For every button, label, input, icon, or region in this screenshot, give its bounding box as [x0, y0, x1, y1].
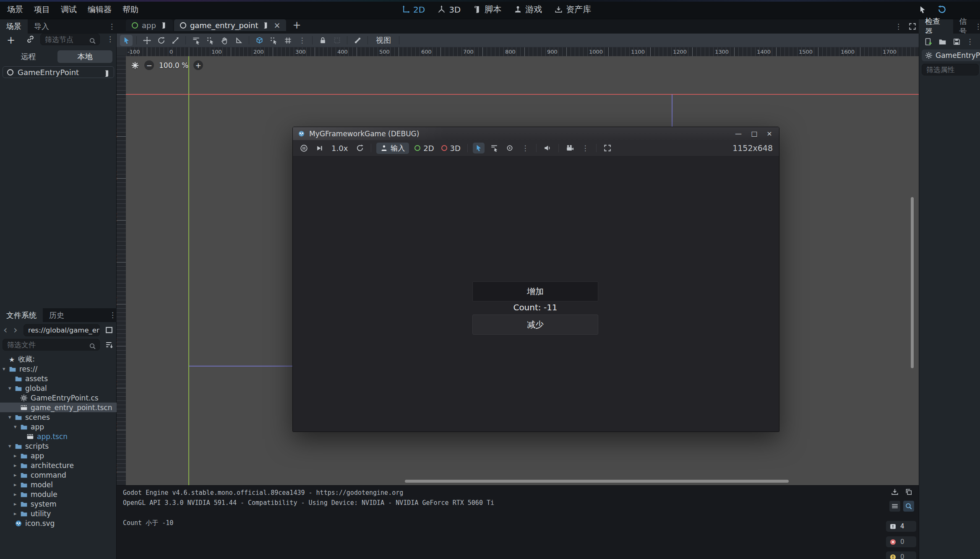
collapse-duplicates-icon[interactable] [889, 501, 900, 512]
zoom-in-button[interactable]: + [193, 60, 203, 70]
warning-count-badge[interactable]: 0 [886, 551, 916, 559]
filter-nodes-input[interactable]: 筛选节点 [40, 34, 100, 45]
chevron-icon[interactable]: ▾▸ [14, 510, 20, 517]
right-dock-tab-menu-icon[interactable]: ⋮ [975, 22, 980, 31]
viewport-hscrollbar[interactable] [405, 480, 789, 483]
file-tree-item[interactable]: ▾▸ ★ icon.svg [0, 518, 117, 528]
file-tree-item[interactable]: ▾▸ ★ command [0, 470, 117, 480]
select-mode-icon[interactable] [473, 143, 485, 153]
select-tool[interactable] [120, 35, 133, 46]
script-icon[interactable] [160, 22, 167, 29]
grid-toggle[interactable] [281, 35, 294, 46]
scene-tab[interactable]: game_entry_point × [174, 19, 286, 31]
chevron-icon[interactable]: ▾▸ [14, 491, 20, 497]
chevron-icon[interactable]: ▾▸ [8, 443, 15, 449]
minimize-button[interactable]: — [731, 127, 745, 140]
decrease-button[interactable]: 减少 [472, 315, 598, 335]
tab-2d[interactable]: 2D [402, 5, 425, 15]
attached-script-icon[interactable] [103, 68, 110, 77]
error-count-badge[interactable]: 0 [886, 536, 916, 547]
pan-tool[interactable] [218, 35, 231, 46]
smart-snap-toggle[interactable] [253, 35, 266, 46]
new-scene-tab-button[interactable]: + [287, 19, 306, 31]
debug-2d-button[interactable]: 2D [413, 144, 435, 153]
distraction-free-icon[interactable] [909, 23, 916, 30]
file-tree-item[interactable]: ▾▸ ★ res:// [0, 364, 117, 374]
instance-scene-icon[interactable] [26, 35, 35, 44]
dock-tab[interactable]: 导入 [28, 19, 55, 34]
edited-object-row[interactable]: GameEntryPoint. [922, 49, 980, 61]
file-tree-item[interactable]: ▾▸ ★ app [0, 422, 117, 432]
file-tree-item[interactable]: ▾▸ ★ global [0, 383, 117, 393]
nav-back-icon[interactable]: ‹ [3, 324, 8, 336]
load-resource-icon[interactable] [937, 36, 948, 47]
close-button[interactable]: × [762, 127, 777, 140]
list-select-mode-icon[interactable] [488, 143, 500, 153]
filter-properties-input[interactable]: 筛选属性 [922, 64, 979, 75]
file-tree-item[interactable]: ▾▸ ★ app [0, 451, 117, 460]
rotate-tool[interactable] [155, 35, 167, 46]
input-mode-button[interactable]: 输入 [376, 143, 409, 154]
scene-tree-root-node[interactable]: GameEntryPoint [3, 66, 114, 78]
lock-node-button[interactable] [316, 35, 329, 46]
speed-multiplier[interactable]: 1.0x [329, 144, 350, 153]
file-tree-item[interactable]: ▾▸ ★ module [0, 489, 117, 499]
game-window-titlebar[interactable]: MyGFrameworkGame (DEBUG) — □ × [293, 127, 779, 140]
file-tree-item[interactable]: ▾▸ ★ assets [0, 374, 117, 383]
tab-3d[interactable]: 3D [438, 5, 461, 15]
file-tree-item[interactable]: ▾▸ ★ system [0, 499, 117, 509]
scale-tool[interactable] [169, 35, 182, 46]
tab-script[interactable]: 脚本 [473, 4, 501, 15]
skeleton-options-button[interactable] [351, 35, 364, 46]
camera-override-icon[interactable] [564, 143, 576, 153]
new-resource-icon[interactable] [923, 36, 933, 47]
save-resource-icon[interactable] [951, 36, 962, 47]
chevron-icon[interactable]: ▾▸ [14, 462, 20, 468]
scroll-to-bottom-icon[interactable] [889, 486, 900, 497]
chevron-icon[interactable]: ▾▸ [8, 385, 15, 391]
current-path-field[interactable]: res://global/game_entry_p [23, 324, 100, 336]
filter-files-input[interactable]: 筛选文件 [3, 339, 100, 351]
file-tree-item[interactable]: ▾▸ ★ 收藏: [0, 354, 117, 364]
file-tree-item[interactable]: ▾▸ ★ architecture [0, 460, 117, 470]
chevron-icon[interactable]: ▾▸ [14, 424, 20, 430]
chevron-icon[interactable]: ▾▸ [8, 414, 15, 420]
dock-tab-menu-icon[interactable]: ⋮ [108, 22, 115, 31]
filesystem-dock-menu-icon[interactable]: ⋮ [109, 311, 116, 319]
menu-item[interactable]: 调试 [55, 3, 82, 17]
script-icon[interactable] [262, 22, 269, 29]
copy-output-icon[interactable] [903, 486, 914, 497]
mute-audio-icon[interactable] [542, 143, 553, 153]
snap-options-menu-icon[interactable]: ⋮ [296, 35, 308, 46]
group-node-button[interactable] [331, 35, 343, 46]
menu-item[interactable]: 帮助 [117, 3, 144, 17]
zoom-out-button[interactable]: − [144, 60, 154, 70]
grid-snap-toggle[interactable] [267, 35, 280, 46]
file-tree-item[interactable]: ▾▸ ★ app.tscn [0, 432, 117, 441]
dock-tab[interactable]: 场景 [0, 19, 28, 34]
close-tab-icon[interactable]: × [273, 21, 280, 30]
file-tree-item[interactable]: ▾▸ ★ game_entry_point.tscn [0, 403, 117, 412]
embed-fullscreen-icon[interactable] [602, 143, 613, 153]
nav-forward-icon[interactable]: › [13, 324, 18, 336]
split-mode-icon[interactable] [105, 325, 113, 334]
scene-tab[interactable]: app × [126, 19, 173, 31]
remote-button[interactable]: 远程 [1, 50, 56, 63]
chevron-icon[interactable]: ▾▸ [14, 481, 20, 488]
file-tree-item[interactable]: ▾▸ ★ scenes [0, 412, 117, 422]
pick-instance-icon[interactable] [917, 4, 928, 15]
menu-item[interactable]: 编辑器 [82, 3, 117, 17]
file-tree-item[interactable]: ▾▸ ★ model [0, 480, 117, 489]
camera-options-menu-icon[interactable]: ⋮ [579, 143, 591, 153]
move-tool[interactable] [141, 35, 153, 46]
selection-options-menu-icon[interactable]: ⋮ [519, 143, 531, 153]
chevron-icon[interactable]: ▾▸ [14, 452, 20, 459]
add-node-button[interactable]: + [7, 34, 15, 46]
search-output-icon[interactable] [903, 501, 914, 512]
menu-item[interactable]: 场景 [2, 3, 29, 17]
maximize-button[interactable]: □ [747, 127, 761, 140]
restart-icon[interactable] [936, 4, 947, 15]
file-tree-item[interactable]: ▾▸ ★ scripts [0, 441, 117, 451]
file-tree-item[interactable]: ▾▸ ★ utility [0, 509, 117, 518]
zoom-level[interactable]: 100.0 % [159, 61, 188, 70]
